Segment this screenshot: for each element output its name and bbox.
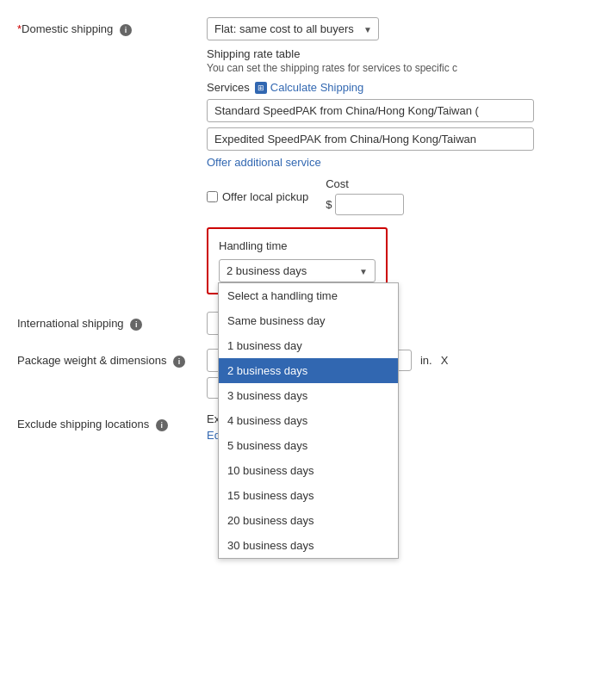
handling-time-select[interactable]: 2 business days ▼ xyxy=(219,259,376,282)
domestic-shipping-label: *Domestic shipping i xyxy=(17,17,207,36)
service1-field: Standard SpeedPAK from China/Hong Kong/T… xyxy=(207,99,534,122)
exclude-shipping-text: Exclude shipping locations xyxy=(17,418,149,431)
dropdown-item-4days[interactable]: 4 business days xyxy=(219,408,398,433)
offer-additional-service-link[interactable]: Offer additional service xyxy=(207,156,321,169)
dropdown-item-20days[interactable]: 20 business days xyxy=(219,508,398,533)
offer-local-pickup-text: Offer local pickup xyxy=(222,190,308,203)
handling-time-title: Handling time xyxy=(219,239,376,252)
cost-input[interactable] xyxy=(335,194,404,215)
unit-label: in. xyxy=(420,354,432,367)
offer-local-pickup-label[interactable]: Offer local pickup xyxy=(207,190,308,203)
pickup-row: Offer local pickup Cost $ xyxy=(207,177,579,215)
calculator-icon: ⊞ xyxy=(255,82,267,94)
dropdown-item-2days[interactable]: 2 business days xyxy=(219,358,398,383)
dropdown-item-3days[interactable]: 3 business days xyxy=(219,383,398,408)
cost-label: Cost xyxy=(326,177,404,190)
dropdown-item-same[interactable]: Same business day xyxy=(219,308,398,333)
calculate-shipping-text: Calculate Shipping xyxy=(270,81,363,94)
dropdown-item-30days[interactable]: 30 business days xyxy=(219,533,398,558)
services-row: Services ⊞ Calculate Shipping xyxy=(207,81,579,94)
exclude-shipping-info-icon[interactable]: i xyxy=(156,419,168,431)
dropdown-item-select[interactable]: Select a handling time xyxy=(219,283,398,308)
international-shipping-info-icon[interactable]: i xyxy=(130,319,142,331)
shipping-rate-table-desc: You can set the shipping rates for servi… xyxy=(207,62,579,74)
domestic-shipping-content: Flat: same cost to all buyers ▼ Shipping… xyxy=(207,17,579,294)
dollar-sign: $ xyxy=(326,198,332,211)
handling-time-selected-value: 2 business days xyxy=(227,264,307,277)
exclude-shipping-label: Exclude shipping locations i xyxy=(17,412,207,431)
handling-time-select-wrapper: 2 business days ▼ Select a handling time… xyxy=(219,259,376,282)
calculate-shipping-link[interactable]: ⊞ Calculate Shipping xyxy=(255,81,363,94)
dropdown-item-10days[interactable]: 10 business days xyxy=(219,458,398,483)
domestic-shipping-info-icon[interactable]: i xyxy=(120,24,132,36)
shipping-type-select[interactable]: Flat: same cost to all buyers xyxy=(207,17,379,40)
package-weight-info-icon[interactable]: i xyxy=(173,356,185,368)
package-weight-text: Package weight & dimensions xyxy=(17,354,166,367)
dropdown-item-15days[interactable]: 15 business days xyxy=(219,483,398,508)
cost-section: Cost $ xyxy=(326,177,404,215)
service2-field: Expedited SpeedPAK from China/Hong Kong/… xyxy=(207,127,534,151)
international-shipping-label: International shipping i xyxy=(17,312,207,331)
cost-input-row: $ xyxy=(326,194,404,215)
handling-time-dropdown: Select a handling time Same business day… xyxy=(218,282,399,559)
shipping-rate-table-label: Shipping rate table xyxy=(207,47,579,60)
handling-time-container: Handling time 2 business days ▼ Select a… xyxy=(207,227,388,294)
services-label: Services xyxy=(207,81,250,94)
dropdown-item-1day[interactable]: 1 business day xyxy=(219,333,398,358)
package-weight-label: Package weight & dimensions i xyxy=(17,349,207,368)
international-shipping-text: International shipping xyxy=(17,317,124,330)
dropdown-item-5days[interactable]: 5 business days xyxy=(219,433,398,458)
offer-local-pickup-checkbox[interactable] xyxy=(207,191,218,202)
handling-time-arrow-icon: ▼ xyxy=(359,266,368,276)
shipping-type-select-wrapper: Flat: same cost to all buyers ▼ xyxy=(207,17,379,40)
domestic-shipping-row: *Domestic shipping i Flat: same cost to … xyxy=(0,17,596,294)
x-label: X xyxy=(441,354,449,367)
